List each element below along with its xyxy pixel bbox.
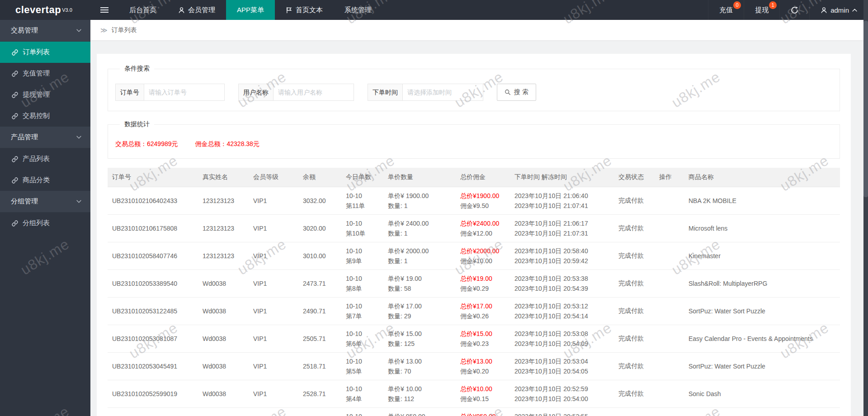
cell-order-no: UB2310102052599019 [108,380,198,407]
username-field-group: 用户名称 [238,84,354,101]
cell-product: SortPuz: Water Sort Puzzle [684,352,840,380]
vertical-scrollbar-track[interactable] [863,0,868,416]
recharge-badge: 0 [733,1,741,9]
sidebar-item-withdraw-manage[interactable]: 提现管理 [0,84,90,105]
top-navbar: clevertap V3.0 后台首页 会员管理 APP菜单 首页文本 系统管理 [0,0,868,20]
nav-right: 充值 0 提现 1 admin [708,0,868,20]
cell-today-orders: 10-10第9单 [341,242,383,269]
cell-balance: 3010.00 [298,242,341,269]
cell-order-no: UB2310102053389540 [108,269,198,297]
cell-today-orders: 10-10第8单 [341,269,383,297]
col-balance: 余额 [298,168,341,187]
cell-product: SortPuz: Water Sort Puzzle [684,297,840,325]
sidebar-group-header[interactable]: 交易管理 [0,20,90,42]
search-form: 订单号 用户名称 下单时间 搜 索 [115,84,832,101]
sidebar-item-product-category[interactable]: 商品分类 [0,170,90,191]
cell-product: Microsoft lens [684,214,840,242]
col-action: 操作 [655,168,684,187]
nav-item-app-menu[interactable]: APP菜单 [226,0,275,20]
cell-balance: 2523.96 [298,407,341,416]
order-no-input[interactable] [144,84,225,101]
status-badge: 完成付款 [618,307,644,314]
cell-status: 完成付款 [614,325,655,352]
cell-order-no: UB2310102058407746 [108,242,198,269]
cell-real-name: Wd0038 [198,380,249,407]
sidebar-item-order-list[interactable]: 订单列表 [0,42,90,63]
cell-status: 完成付款 [614,187,655,214]
hamburger-icon [100,6,108,14]
cell-action [655,297,684,325]
cell-unit-qty: 单价¥ 13.00数量: 70 [383,352,456,380]
cell-balance: 3020.00 [298,214,341,242]
cell-action [655,269,684,297]
sidebar-group-header[interactable]: 产品管理 [0,127,90,148]
table-row: UB2310102053122485 Wd0038 VIP1 2490.71 1… [108,297,840,325]
cell-order-no: UB2310102053122485 [108,297,198,325]
cell-balance: 3032.00 [298,187,341,214]
cell-today-orders: 10-10第7单 [341,297,383,325]
logo-text: clevertap [15,4,61,16]
withdraw-button[interactable]: 提现 1 [744,0,779,20]
refresh-button[interactable] [779,0,809,20]
cell-vip-level: VIP1 [249,242,298,269]
status-badge: 完成付款 [618,252,644,259]
cell-unit-qty: 单价¥ 17.00数量: 29 [383,297,456,325]
status-badge: 完成付款 [618,335,644,342]
breadcrumb-current: 订单列表 [112,26,137,34]
recharge-button[interactable]: 充值 0 [708,0,744,20]
cell-balance: 2490.71 [298,297,341,325]
user-icon [821,7,827,14]
cell-today-orders: 10-10第5单 [341,352,383,380]
table-row: UB2310102053045491 Wd0038 VIP1 2518.71 1… [108,352,840,380]
cell-balance: 2505.71 [298,325,341,352]
status-badge: 完成付款 [618,197,644,204]
link-icon [12,49,18,56]
col-unit-qty: 单价数量 [383,168,456,187]
cell-times: 2023年10月10日 21:06:172023年10月10日 21:07:31 [510,214,614,242]
table-row: UB2310102106175808 123123123 VIP1 3020.0… [108,214,840,242]
link-icon [12,156,18,162]
sidebar-item-product-list[interactable]: 产品列表 [0,148,90,170]
cell-times: 2023年10月10日 21:06:402023年10月10日 21:07:41 [510,187,614,214]
vertical-scrollbar-thumb[interactable] [863,21,868,197]
sidebar-toggle-button[interactable] [90,0,118,20]
flag-icon [286,7,292,14]
nav-item-system[interactable]: 系统管理 [334,0,382,20]
cell-order-no: UB2310102053081087 [108,325,198,352]
cell-balance: 2473.71 [298,269,341,297]
nav-item-dashboard[interactable]: 后台首页 [118,0,167,20]
sidebar-item-trade-control[interactable]: 交易控制 [0,105,90,127]
col-product: 商品名称 [684,168,840,187]
cell-real-name: Wd0038 [198,269,249,297]
nav-item-members[interactable]: 会员管理 [167,0,226,20]
cell-status: 完成付款 [614,242,655,269]
cell-vip-level: VIP1 [249,352,298,380]
link-icon [12,113,18,119]
cell-today-orders: 10-10第4单 [341,380,383,407]
cell-status: 完成付款 [614,380,655,407]
main-content: ≫ 订单列表 条件搜索 订单号 用户名称 下单时间 [90,20,863,416]
admin-dropdown[interactable]: admin [809,0,868,20]
col-order-no: 订单号 [108,168,198,187]
sidebar-item-group-list[interactable]: 分组列表 [0,213,90,234]
nav-menu: 后台首页 会员管理 APP菜单 首页文本 系统管理 [118,0,382,20]
nav-item-home-text[interactable]: 首页文本 [275,0,334,20]
sidebar-item-recharge-manage[interactable]: 充值管理 [0,63,90,84]
cell-unit-qty: 单价¥ 19.00数量: 58 [383,269,456,297]
cell-total-commission: 总价¥15.00佣金¥0.23 [456,325,510,352]
cell-total-commission: 总价¥19.00佣金¥0.29 [456,269,510,297]
order-table: 订单号 真实姓名 会员等级 余额 今日单数 单价数量 总价佣金 下单时间 解冻时… [108,168,840,416]
cell-total-commission: 总价¥13.00佣金¥0.20 [456,352,510,380]
col-vip-level: 会员等级 [249,168,298,187]
app-logo: clevertap V3.0 [0,0,90,20]
cell-real-name: Wd0038 [198,407,249,416]
breadcrumb: ≫ 订单列表 [90,20,863,40]
order-no-field-group: 订单号 [115,84,225,101]
sidebar: 交易管理 订单列表 充值管理 提现管理 交易控制 产品管理 [0,20,90,416]
username-input[interactable] [274,84,354,101]
refresh-icon [791,6,798,14]
order-time-input[interactable] [403,84,483,101]
sidebar-group-header[interactable]: 分组管理 [0,191,90,213]
cell-times: 2023年10月10日 20:52:592023年10月10日 20:54:00 [510,380,614,407]
search-button[interactable]: 搜 索 [497,84,536,101]
